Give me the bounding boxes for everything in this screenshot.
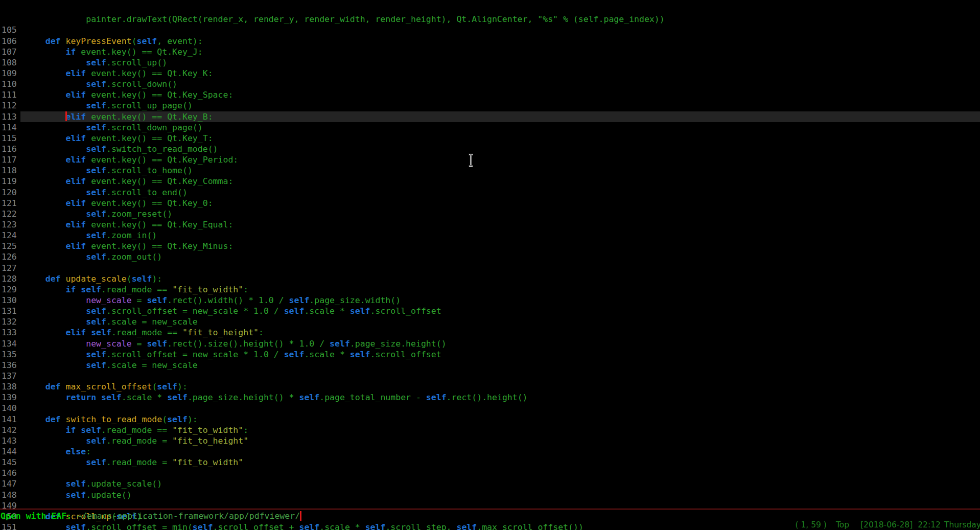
- code-text[interactable]: elif event.key() == Qt.Key_Period:: [20, 154, 980, 165]
- code-line[interactable]: 111 elif event.key() == Qt.Key_Space:: [0, 89, 980, 100]
- code-line[interactable]: 141 def switch_to_read_mode(self):: [0, 414, 980, 425]
- code-text[interactable]: self.zoom_in(): [20, 230, 980, 241]
- code-line[interactable]: 109 elif event.key() == Qt.Key_K:: [0, 68, 980, 79]
- code-line[interactable]: painter.drawText(QRect(render_x, render_…: [0, 14, 980, 25]
- code-line[interactable]: 133 elif self.read_mode == "fit_to_heigh…: [0, 327, 980, 338]
- code-line[interactable]: 118 self.scroll_to_home(): [0, 165, 980, 176]
- code-line[interactable]: 126 self.zoom_out(): [0, 251, 980, 262]
- code-line[interactable]: 130 new_scale = self.rect().width() * 1.…: [0, 295, 980, 306]
- code-text[interactable]: self.update_scale(): [20, 478, 980, 489]
- code-text[interactable]: elif self.read_mode == "fit_to_height":: [20, 327, 980, 338]
- minibuffer-input[interactable]: ~/emacs-application-framework/app/pdfvie…: [77, 511, 300, 521]
- code-text[interactable]: self.switch_to_read_mode(): [20, 144, 980, 154]
- line-number: 144: [0, 446, 20, 457]
- code-line[interactable]: 146: [0, 468, 980, 478]
- code-text[interactable]: self.scroll_up(): [20, 57, 980, 68]
- code-line[interactable]: 122 self.zoom_reset(): [0, 209, 980, 219]
- code-line[interactable]: 127: [0, 263, 980, 273]
- code-line[interactable]: 145 self.read_mode = "fit_to_width": [0, 457, 980, 468]
- code-line[interactable]: 114 self.scroll_down_page(): [0, 122, 980, 133]
- code-line[interactable]: 116 self.switch_to_read_mode(): [0, 144, 980, 154]
- code-editor[interactable]: painter.drawText(QRect(render_x, render_…: [0, 0, 980, 530]
- code-text[interactable]: self.read_mode = "fit_to_height": [20, 435, 980, 446]
- code-text[interactable]: self.scroll_to_home(): [20, 165, 980, 176]
- code-text[interactable]: self.scroll_to_end(): [20, 187, 980, 198]
- code-text[interactable]: else:: [20, 446, 980, 457]
- code-line[interactable]: 136 self.scale = new_scale: [0, 360, 980, 371]
- code-text[interactable]: self.scale = new_scale: [20, 316, 980, 327]
- code-line[interactable]: 139 return self.scale * self.page_size.h…: [0, 392, 980, 403]
- code-text[interactable]: self.update(): [20, 490, 980, 500]
- code-line[interactable]: 120 self.scroll_to_end(): [0, 187, 980, 198]
- code-text[interactable]: elif event.key() == Qt.Key_T:: [20, 133, 980, 144]
- code-line[interactable]: 143 self.read_mode = "fit_to_height": [0, 435, 980, 446]
- line-number: 146: [0, 468, 20, 478]
- code-text[interactable]: self.zoom_reset(): [20, 209, 980, 219]
- code-text[interactable]: self.scroll_offset = new_scale * 1.0 / s…: [20, 349, 980, 360]
- code-line[interactable]: 107 if event.key() == Qt.Key_J:: [0, 47, 980, 57]
- code-text[interactable]: elif event.key() == Qt.Key_B:: [20, 111, 980, 122]
- code-line[interactable]: 131 self.scroll_offset = new_scale * 1.0…: [0, 306, 980, 316]
- code-text[interactable]: elif event.key() == Qt.Key_Equal:: [20, 219, 980, 230]
- code-text[interactable]: elif event.key() == Qt.Key_Minus:: [20, 241, 980, 251]
- code-text[interactable]: self.scroll_up_page(): [20, 100, 980, 111]
- code-line[interactable]: 108 self.scroll_up(): [0, 57, 980, 68]
- code-line[interactable]: 123 elif event.key() == Qt.Key_Equal:: [0, 219, 980, 230]
- code-line[interactable]: 106 def keyPressEvent(self, event):: [0, 36, 980, 47]
- code-line[interactable]: 121 elif event.key() == Qt.Key_0:: [0, 198, 980, 209]
- code-line[interactable]: 125 elif event.key() == Qt.Key_Minus:: [0, 241, 980, 251]
- code-line[interactable]: 137: [0, 371, 980, 381]
- code-text[interactable]: elif event.key() == Qt.Key_K:: [20, 68, 980, 79]
- code-text[interactable]: [20, 371, 980, 381]
- code-text[interactable]: [20, 468, 980, 478]
- code-text[interactable]: def update_scale(self):: [20, 273, 980, 284]
- line-number: 119: [0, 176, 20, 187]
- code-text[interactable]: self.read_mode = "fit_to_width": [20, 457, 980, 468]
- code-line[interactable]: 132 self.scale = new_scale: [0, 316, 980, 327]
- code-text[interactable]: [20, 263, 980, 273]
- code-text[interactable]: elif event.key() == Qt.Key_0:: [20, 198, 980, 209]
- code-line[interactable]: 117 elif event.key() == Qt.Key_Period:: [0, 154, 980, 165]
- status-info: ( 1, 59 )Top[2018-06-28]22:12Thursday: [796, 520, 980, 529]
- code-text[interactable]: painter.drawText(QRect(render_x, render_…: [20, 14, 980, 25]
- code-text[interactable]: if self.read_mode == "fit_to_width":: [20, 284, 980, 295]
- code-text[interactable]: [20, 25, 980, 35]
- code-text[interactable]: [20, 403, 980, 413]
- code-text[interactable]: def keyPressEvent(self, event):: [20, 36, 980, 47]
- code-line[interactable]: 105: [0, 25, 980, 35]
- code-line[interactable]: 129 if self.read_mode == "fit_to_width":: [0, 284, 980, 295]
- code-line[interactable]: 142 if self.read_mode == "fit_to_width":: [0, 425, 980, 435]
- code-line[interactable]: 135 self.scroll_offset = new_scale * 1.0…: [0, 349, 980, 360]
- code-text[interactable]: return self.scale * self.page_size.heigh…: [20, 392, 980, 403]
- code-line[interactable]: 147 self.update_scale(): [0, 478, 980, 489]
- code-text[interactable]: self.scroll_offset = new_scale * 1.0 / s…: [20, 306, 980, 316]
- code-line[interactable]: 128 def update_scale(self):: [0, 273, 980, 284]
- code-line[interactable]: 148 self.update(): [0, 490, 980, 500]
- code-text[interactable]: elif event.key() == Qt.Key_Space:: [20, 89, 980, 100]
- code-line[interactable]: 134 new_scale = self.rect().size().heigh…: [0, 338, 980, 349]
- code-line[interactable]: 112 self.scroll_up_page(): [0, 100, 980, 111]
- code-text[interactable]: self.zoom_out(): [20, 251, 980, 262]
- code-text[interactable]: def max_scroll_offset(self):: [20, 381, 980, 392]
- code-text[interactable]: if self.read_mode == "fit_to_width":: [20, 425, 980, 435]
- line-number: 141: [0, 414, 20, 425]
- code-text[interactable]: new_scale = self.rect().width() * 1.0 / …: [20, 295, 980, 306]
- code-text[interactable]: self.scale = new_scale: [20, 360, 980, 371]
- line-number: 143: [0, 435, 20, 446]
- code-text[interactable]: new_scale = self.rect().size().height() …: [20, 338, 980, 349]
- code-line[interactable]: 119 elif event.key() == Qt.Key_Comma:: [0, 176, 980, 187]
- code-line[interactable]: 138 def max_scroll_offset(self):: [0, 381, 980, 392]
- code-text[interactable]: def switch_to_read_mode(self):: [20, 414, 980, 425]
- minibuffer[interactable]: Open with EAF: ~/emacs-application-frame…: [1, 511, 980, 521]
- code-text[interactable]: elif event.key() == Qt.Key_Comma:: [20, 176, 980, 187]
- line-number: 126: [0, 251, 20, 262]
- code-line[interactable]: 115 elif event.key() == Qt.Key_T:: [0, 133, 980, 144]
- code-line[interactable]: 110 self.scroll_down(): [0, 79, 980, 89]
- code-line[interactable]: 140: [0, 403, 980, 413]
- code-line[interactable]: 144 else:: [0, 446, 980, 457]
- code-line[interactable]: 124 self.zoom_in(): [0, 230, 980, 241]
- code-text[interactable]: self.scroll_down_page(): [20, 122, 980, 133]
- code-text[interactable]: self.scroll_down(): [20, 79, 980, 89]
- code-text[interactable]: if event.key() == Qt.Key_J:: [20, 47, 980, 57]
- code-line[interactable]: 113 elif event.key() == Qt.Key_B:: [0, 111, 980, 122]
